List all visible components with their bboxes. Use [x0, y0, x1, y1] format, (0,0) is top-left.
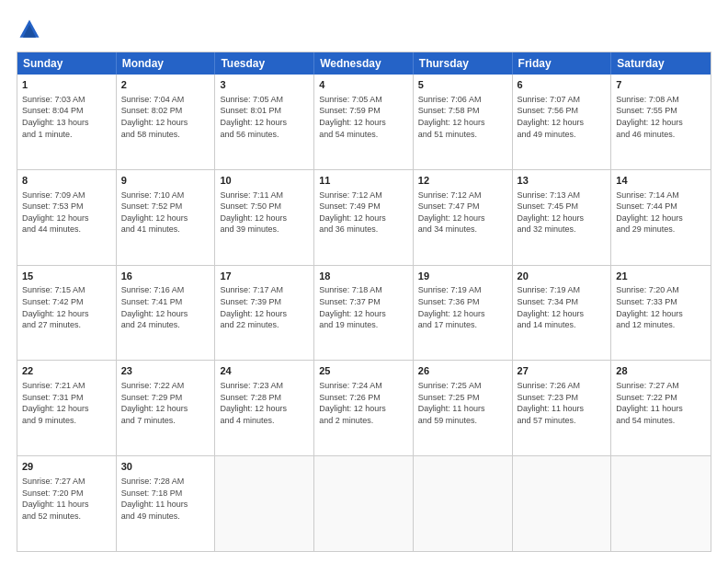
- calendar-cell-16: 16Sunrise: 7:16 AMSunset: 7:41 PMDayligh…: [117, 266, 216, 361]
- calendar-cell-27: 27Sunrise: 7:26 AMSunset: 7:23 PMDayligh…: [513, 361, 612, 455]
- cell-details: Sunrise: 7:17 AMSunset: 7:39 PMDaylight:…: [220, 284, 309, 330]
- cell-details: Sunrise: 7:04 AMSunset: 8:02 PMDaylight:…: [121, 94, 210, 140]
- day-number: 5: [418, 78, 507, 92]
- calendar-cell-14: 14Sunrise: 7:14 AMSunset: 7:44 PMDayligh…: [611, 170, 711, 265]
- cell-details: Sunrise: 7:21 AMSunset: 7:31 PMDaylight:…: [22, 380, 111, 426]
- day-number: 2: [121, 78, 210, 92]
- day-number: 3: [220, 78, 309, 92]
- day-number: 10: [220, 174, 309, 188]
- day-number: 26: [418, 364, 507, 378]
- calendar-cell-6: 6Sunrise: 7:07 AMSunset: 7:56 PMDaylight…: [513, 75, 612, 169]
- day-number: 15: [22, 270, 111, 283]
- calendar-cell-11: 11Sunrise: 7:12 AMSunset: 7:49 PMDayligh…: [314, 170, 414, 265]
- cell-details: Sunrise: 7:12 AMSunset: 7:47 PMDaylight:…: [418, 190, 507, 236]
- day-number: 22: [22, 364, 111, 378]
- calendar-cell-19: 19Sunrise: 7:19 AMSunset: 7:36 PMDayligh…: [414, 266, 513, 361]
- calendar-cell-empty: [314, 456, 414, 551]
- calendar-cell-4: 4Sunrise: 7:05 AMSunset: 7:59 PMDaylight…: [314, 75, 414, 169]
- cell-details: Sunrise: 7:12 AMSunset: 7:49 PMDaylight:…: [319, 190, 408, 236]
- cell-details: Sunrise: 7:25 AMSunset: 7:25 PMDaylight:…: [418, 380, 507, 426]
- cell-details: Sunrise: 7:06 AMSunset: 7:58 PMDaylight:…: [418, 94, 507, 140]
- day-number: 29: [22, 460, 111, 474]
- header-day-friday: Friday: [513, 52, 612, 75]
- header: [17, 17, 711, 42]
- day-number: 13: [518, 174, 607, 188]
- calendar-cell-23: 23Sunrise: 7:22 AMSunset: 7:29 PMDayligh…: [117, 361, 216, 455]
- calendar-cell-empty: [414, 456, 513, 551]
- header-day-saturday: Saturday: [611, 52, 711, 75]
- cell-details: Sunrise: 7:19 AMSunset: 7:36 PMDaylight:…: [418, 284, 507, 330]
- calendar-cell-18: 18Sunrise: 7:18 AMSunset: 7:37 PMDayligh…: [314, 266, 414, 361]
- day-number: 30: [121, 460, 210, 474]
- cell-details: Sunrise: 7:28 AMSunset: 7:18 PMDaylight:…: [121, 476, 210, 522]
- cell-details: Sunrise: 7:26 AMSunset: 7:23 PMDaylight:…: [518, 380, 607, 426]
- cell-details: Sunrise: 7:10 AMSunset: 7:52 PMDaylight:…: [121, 190, 210, 236]
- day-number: 14: [616, 174, 706, 188]
- cell-details: Sunrise: 7:24 AMSunset: 7:26 PMDaylight:…: [319, 380, 408, 426]
- day-number: 25: [319, 364, 408, 378]
- day-number: 6: [518, 78, 607, 92]
- cell-details: Sunrise: 7:03 AMSunset: 8:04 PMDaylight:…: [22, 94, 111, 140]
- calendar-cell-5: 5Sunrise: 7:06 AMSunset: 7:58 PMDaylight…: [414, 75, 513, 169]
- day-number: 7: [616, 78, 706, 92]
- calendar-cell-1: 1Sunrise: 7:03 AMSunset: 8:04 PMDaylight…: [17, 75, 117, 169]
- header-day-monday: Monday: [117, 52, 216, 75]
- cell-details: Sunrise: 7:05 AMSunset: 8:01 PMDaylight:…: [220, 94, 309, 140]
- cell-details: Sunrise: 7:09 AMSunset: 7:53 PMDaylight:…: [22, 190, 111, 236]
- cell-details: Sunrise: 7:27 AMSunset: 7:20 PMDaylight:…: [22, 476, 111, 522]
- day-number: 1: [22, 78, 111, 92]
- calendar-row-1: 8Sunrise: 7:09 AMSunset: 7:53 PMDaylight…: [17, 169, 711, 265]
- cell-details: Sunrise: 7:05 AMSunset: 7:59 PMDaylight:…: [319, 94, 408, 140]
- cell-details: Sunrise: 7:07 AMSunset: 7:56 PMDaylight:…: [518, 94, 607, 140]
- cell-details: Sunrise: 7:14 AMSunset: 7:44 PMDaylight:…: [616, 190, 706, 236]
- logo: [17, 17, 46, 42]
- day-number: 21: [616, 270, 706, 283]
- cell-details: Sunrise: 7:20 AMSunset: 7:33 PMDaylight:…: [616, 284, 706, 330]
- calendar-cell-8: 8Sunrise: 7:09 AMSunset: 7:53 PMDaylight…: [17, 170, 117, 265]
- day-number: 23: [121, 364, 210, 378]
- header-day-wednesday: Wednesday: [314, 52, 414, 75]
- calendar-cell-empty: [513, 456, 612, 551]
- calendar-cell-22: 22Sunrise: 7:21 AMSunset: 7:31 PMDayligh…: [17, 361, 117, 455]
- cell-details: Sunrise: 7:13 AMSunset: 7:45 PMDaylight:…: [518, 190, 607, 236]
- calendar-cell-21: 21Sunrise: 7:20 AMSunset: 7:33 PMDayligh…: [611, 266, 711, 361]
- cell-details: Sunrise: 7:11 AMSunset: 7:50 PMDaylight:…: [220, 190, 309, 236]
- page: SundayMondayTuesdayWednesdayThursdayFrid…: [0, 0, 728, 563]
- day-number: 19: [418, 270, 507, 283]
- day-number: 16: [121, 270, 210, 283]
- calendar-cell-7: 7Sunrise: 7:08 AMSunset: 7:55 PMDaylight…: [611, 75, 711, 169]
- cell-details: Sunrise: 7:23 AMSunset: 7:28 PMDaylight:…: [220, 380, 309, 426]
- calendar-cell-30: 30Sunrise: 7:28 AMSunset: 7:18 PMDayligh…: [117, 456, 216, 551]
- calendar-cell-9: 9Sunrise: 7:10 AMSunset: 7:52 PMDaylight…: [117, 170, 216, 265]
- calendar-row-2: 15Sunrise: 7:15 AMSunset: 7:42 PMDayligh…: [17, 265, 711, 361]
- day-number: 12: [418, 174, 507, 188]
- calendar-row-3: 22Sunrise: 7:21 AMSunset: 7:31 PMDayligh…: [17, 360, 711, 455]
- calendar-cell-2: 2Sunrise: 7:04 AMSunset: 8:02 PMDaylight…: [117, 75, 216, 169]
- calendar: SundayMondayTuesdayWednesdayThursdayFrid…: [17, 52, 711, 552]
- calendar-header: SundayMondayTuesdayWednesdayThursdayFrid…: [17, 52, 711, 75]
- calendar-cell-24: 24Sunrise: 7:23 AMSunset: 7:28 PMDayligh…: [215, 361, 314, 455]
- calendar-cell-26: 26Sunrise: 7:25 AMSunset: 7:25 PMDayligh…: [414, 361, 513, 455]
- calendar-body: 1Sunrise: 7:03 AMSunset: 8:04 PMDaylight…: [17, 75, 711, 551]
- logo-icon: [17, 17, 42, 42]
- day-number: 8: [22, 174, 111, 188]
- day-number: 20: [518, 270, 607, 283]
- calendar-cell-29: 29Sunrise: 7:27 AMSunset: 7:20 PMDayligh…: [17, 456, 117, 551]
- calendar-cell-3: 3Sunrise: 7:05 AMSunset: 8:01 PMDaylight…: [215, 75, 314, 169]
- calendar-row-4: 29Sunrise: 7:27 AMSunset: 7:20 PMDayligh…: [17, 455, 711, 551]
- day-number: 4: [319, 78, 408, 92]
- calendar-cell-25: 25Sunrise: 7:24 AMSunset: 7:26 PMDayligh…: [314, 361, 414, 455]
- calendar-cell-10: 10Sunrise: 7:11 AMSunset: 7:50 PMDayligh…: [215, 170, 314, 265]
- day-number: 11: [319, 174, 408, 188]
- calendar-cell-empty: [215, 456, 314, 551]
- cell-details: Sunrise: 7:16 AMSunset: 7:41 PMDaylight:…: [121, 284, 210, 330]
- header-day-tuesday: Tuesday: [215, 52, 314, 75]
- day-number: 17: [220, 270, 309, 283]
- calendar-row-0: 1Sunrise: 7:03 AMSunset: 8:04 PMDaylight…: [17, 75, 711, 169]
- cell-details: Sunrise: 7:19 AMSunset: 7:34 PMDaylight:…: [518, 284, 607, 330]
- header-day-sunday: Sunday: [17, 52, 117, 75]
- day-number: 28: [616, 364, 706, 378]
- calendar-cell-12: 12Sunrise: 7:12 AMSunset: 7:47 PMDayligh…: [414, 170, 513, 265]
- cell-details: Sunrise: 7:18 AMSunset: 7:37 PMDaylight:…: [319, 284, 408, 330]
- day-number: 18: [319, 270, 408, 283]
